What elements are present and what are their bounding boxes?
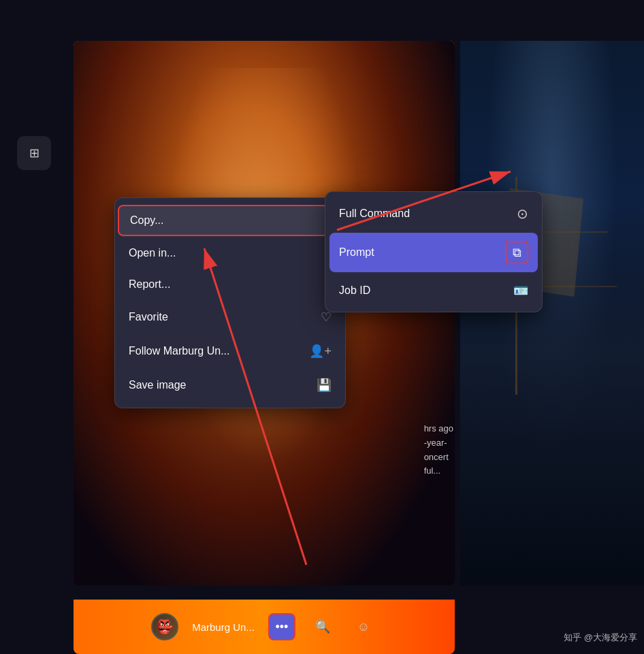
code-icon: ⊙ bbox=[517, 206, 528, 222]
favorite-label: Favorite bbox=[129, 311, 168, 323]
prompt-label: Prompt bbox=[339, 246, 374, 259]
open-in-item[interactable]: Open in... › bbox=[115, 238, 345, 269]
save-image-item[interactable]: Save image 💾 bbox=[115, 368, 345, 402]
save-icon: 💾 bbox=[317, 378, 332, 393]
time-text: hrs ago bbox=[424, 422, 453, 436]
bottom-toolbar: 👺 Marburg Un... ••• 🔍 ☺ bbox=[74, 613, 455, 640]
job-id-label: Job ID bbox=[339, 284, 370, 297]
favorite-item[interactable]: Favorite ♡ bbox=[115, 300, 345, 334]
emoji-button[interactable]: ☺ bbox=[350, 613, 377, 640]
save-image-label: Save image bbox=[129, 379, 187, 391]
full-command-label: Full Command bbox=[339, 208, 410, 220]
job-id-item[interactable]: Job ID 🪪 bbox=[325, 274, 542, 308]
watermark-text: 知乎 @大海爱分享 bbox=[564, 632, 637, 642]
copy-menu-item[interactable]: Copy... › bbox=[118, 205, 342, 236]
follow-label: Follow Marburg Un... bbox=[129, 345, 230, 357]
text-line-3: ful... bbox=[424, 464, 453, 478]
copy-menu-container: Copy... › Full Command ⊙ Prompt ⧉ Job ID… bbox=[115, 205, 345, 236]
watermark: 知乎 @大海爱分享 bbox=[564, 632, 637, 644]
sub-menu: Full Command ⊙ Prompt ⧉ Job ID 🪪 bbox=[325, 191, 543, 312]
sidebar-item-1[interactable]: ⊞ bbox=[17, 136, 51, 170]
avatar: 👺 bbox=[151, 613, 178, 640]
full-command-item[interactable]: Full Command ⊙ bbox=[325, 196, 542, 231]
copy-label: Copy... bbox=[130, 214, 164, 227]
ship-image bbox=[460, 41, 644, 585]
copy-icon-box: ⧉ bbox=[505, 241, 528, 264]
search-icon: 🔍 bbox=[315, 619, 330, 634]
copy-icon: ⧉ bbox=[513, 246, 521, 260]
username-label: Marburg Un... bbox=[192, 621, 255, 633]
follow-item[interactable]: Follow Marburg Un... 👤+ bbox=[115, 334, 345, 368]
report-item[interactable]: Report... › bbox=[115, 269, 345, 300]
avatar-icon: 👺 bbox=[157, 619, 174, 635]
prompt-item[interactable]: Prompt ⧉ bbox=[329, 233, 538, 272]
sidebar-icon-1: ⊞ bbox=[29, 146, 39, 161]
open-in-label: Open in... bbox=[129, 247, 176, 259]
dots-icon: ••• bbox=[275, 620, 288, 634]
id-card-icon: 🪪 bbox=[513, 283, 528, 298]
emoji-icon: ☺ bbox=[357, 620, 370, 634]
right-info: hrs ago -year- oncert ful... bbox=[424, 422, 453, 478]
more-options-button[interactable]: ••• bbox=[268, 613, 295, 640]
sidebar: ⊞ bbox=[0, 136, 68, 170]
text-line-2: oncert bbox=[424, 451, 453, 465]
report-label: Report... bbox=[129, 278, 170, 291]
text-line-1: -year- bbox=[424, 436, 453, 451]
search-button[interactable]: 🔍 bbox=[309, 613, 336, 640]
context-menu: Copy... › Full Command ⊙ Prompt ⧉ Job ID… bbox=[114, 197, 346, 408]
person-add-icon: 👤+ bbox=[309, 344, 332, 359]
